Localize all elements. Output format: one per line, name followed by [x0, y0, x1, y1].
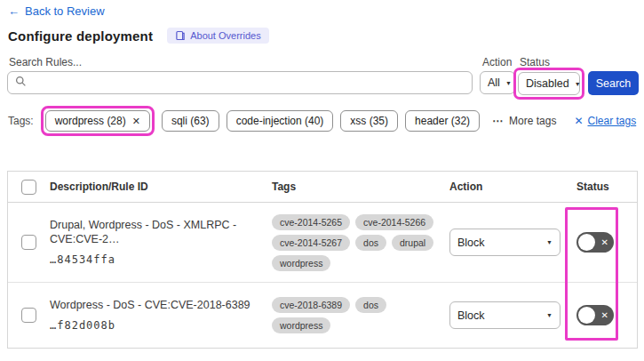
tag-pill-sqli[interactable]: sqli (63) [162, 110, 219, 132]
clear-tags-x-icon: ✕ [574, 115, 583, 127]
caret-down-icon: ▼ [546, 312, 553, 318]
table-row: Wordpress - DoS - CVE:CVE-2018-6389 …f82… [8, 283, 637, 348]
rule-action-value: Block [457, 309, 485, 322]
rule-status-toggle[interactable]: ✕ [576, 232, 614, 253]
rule-id: …f82d008b [50, 319, 261, 332]
select-all-checkbox[interactable] [21, 180, 36, 195]
about-overrides-icon [175, 30, 186, 41]
table-row: Drupal, Wordpress - DoS - XMLRPC - CVE:C… [8, 203, 637, 283]
search-box [7, 71, 473, 94]
tag-pill-label: header (32) [415, 115, 470, 127]
clear-tags-link[interactable]: ✕ Clear tags [574, 115, 636, 127]
rule-tag: cve-2014-5266 [355, 214, 433, 230]
rule-id: …84534ffa [50, 253, 261, 266]
rules-table: Description/Rule ID Tags Action Status D… [7, 171, 638, 349]
tag-pill-label: xss (35) [350, 115, 388, 127]
filter-area: Search Rules... Action Status All ▼ Disa… [7, 55, 638, 98]
rule-tag: dos [355, 235, 386, 251]
col-header-tags: Tags [272, 180, 449, 193]
action-filter-select[interactable]: All ▼ [480, 71, 515, 94]
action-label: Action [482, 56, 512, 68]
rule-description: Wordpress - DoS - CVE:CVE-2018-6389 [50, 299, 261, 313]
title-row: Configure deployment About Overrides [8, 28, 269, 44]
remove-tag-icon[interactable]: ✕ [132, 116, 140, 127]
tags-label: Tags: [8, 115, 34, 127]
tag-pill-code-injection[interactable]: code-injection (40) [227, 110, 334, 132]
search-icon [15, 75, 27, 91]
table-header-row: Description/Rule ID Tags Action Status [8, 172, 637, 203]
more-tags-button[interactable]: ⋯ More tags [492, 115, 556, 127]
caret-down-icon: ▼ [505, 80, 512, 86]
back-to-review-link[interactable]: ← Back to Review [8, 4, 105, 18]
caret-down-icon: ▼ [575, 81, 581, 87]
selected-tag-highlight: wordpress (28) ✕ [41, 106, 155, 136]
tags-bar: Tags: wordpress (28) ✕ sqli (63) code-in… [8, 107, 639, 135]
toggle-knob [578, 234, 595, 251]
tag-pill-label: code-injection (40) [236, 115, 324, 127]
page-title: Configure deployment [8, 28, 153, 44]
toggle-knob [578, 307, 595, 324]
col-header-description: Description/Rule ID [50, 180, 272, 193]
rule-tag: drupal [392, 235, 433, 251]
status-label: Status [520, 56, 550, 68]
ellipsis-icon: ⋯ [492, 115, 504, 127]
clear-tags-label: Clear tags [588, 115, 637, 127]
rule-status-toggle[interactable]: ✕ [576, 305, 614, 325]
status-filter-highlight: Disabled ▼ [513, 68, 584, 100]
back-arrow-icon: ← [8, 4, 20, 18]
rule-action-value: Block [457, 237, 485, 249]
search-button[interactable]: Search [588, 71, 639, 95]
tag-pill-xss[interactable]: xss (35) [340, 110, 398, 132]
search-rules-label: Search Rules... [9, 56, 82, 68]
rule-description: Drupal, Wordpress - DoS - XMLRPC - CVE:C… [50, 219, 261, 246]
rule-tag: wordpress [272, 255, 330, 271]
rule-action-select[interactable]: Block ▼ [449, 229, 561, 256]
col-header-action: Action [449, 180, 574, 193]
row-checkbox[interactable] [21, 308, 36, 323]
tag-pill-wordpress[interactable]: wordpress (28) ✕ [45, 110, 150, 132]
rule-action-select[interactable]: Block ▼ [449, 301, 561, 329]
about-overrides-badge[interactable]: About Overrides [167, 28, 268, 44]
rule-tag: dos [355, 297, 386, 313]
about-overrides-label: About Overrides [190, 30, 260, 41]
search-rules-input[interactable] [32, 76, 472, 89]
tag-pill-label: sqli (63) [171, 115, 210, 127]
back-link-label: Back to Review [25, 4, 105, 18]
rule-tag: wordpress [272, 317, 330, 333]
rule-tag: cve-2014-5267 [272, 235, 350, 251]
more-tags-label: More tags [509, 115, 556, 127]
tag-pill-header[interactable]: header (32) [405, 110, 480, 132]
tag-pill-label: wordpress (28) [55, 115, 126, 127]
status-filter-select[interactable]: Disabled ▼ [518, 72, 580, 95]
col-header-status: Status [574, 180, 637, 193]
toggle-off-icon: ✕ [601, 238, 608, 247]
rule-tag: cve-2018-6389 [272, 297, 350, 313]
rule-tag: cve-2014-5265 [272, 214, 350, 230]
status-filter-value: Disabled [526, 77, 569, 90]
row-checkbox[interactable] [21, 235, 36, 250]
toggle-off-icon: ✕ [601, 311, 608, 320]
caret-down-icon: ▼ [546, 239, 553, 245]
action-filter-value: All [488, 76, 500, 89]
